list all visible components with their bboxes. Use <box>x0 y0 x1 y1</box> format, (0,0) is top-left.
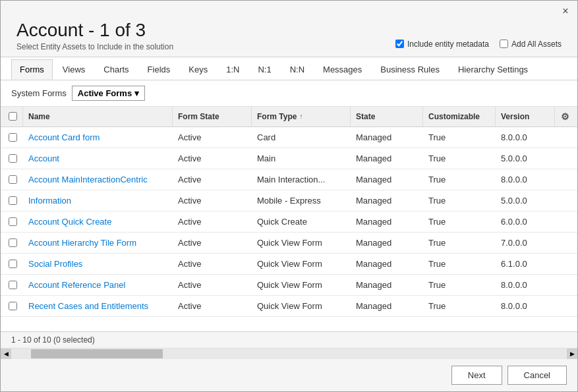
tab-views[interactable]: Views <box>54 59 94 80</box>
tab-1n[interactable]: 1:N <box>217 59 248 80</box>
row-name[interactable]: Recent Cases and Entitlements <box>23 296 173 316</box>
dialog-titlebar: × <box>1 1 577 18</box>
table-row: Social ProfilesActiveQuick View FormMana… <box>1 254 577 275</box>
select-all-checkbox[interactable] <box>9 112 17 121</box>
table-row: Account Reference PanelActiveQuick View … <box>1 275 577 296</box>
col-form-state: Form State <box>173 107 252 126</box>
table-row: Account Hierarchy Tile FormActiveQuick V… <box>1 233 577 254</box>
row-name[interactable]: Account MainInteractionCentric <box>23 169 173 190</box>
row-name[interactable]: Account <box>23 148 173 169</box>
row-name[interactable]: Social Profiles <box>23 254 173 274</box>
pagination-label: 1 - 10 of 10 (0 selected) <box>11 335 95 345</box>
tab-charts[interactable]: Charts <box>95 59 137 80</box>
row-state: Managed <box>351 211 423 232</box>
col-check <box>3 107 23 126</box>
col-name: Name <box>23 107 173 126</box>
scroll-thumb[interactable] <box>31 349 163 358</box>
scroll-right-button[interactable]: ▶ <box>567 349 577 359</box>
row-checkbox[interactable] <box>9 281 17 289</box>
add-all-assets-checkbox[interactable] <box>500 40 508 48</box>
table-row: AccountActiveMainManagedTrue5.0.0.0 <box>1 148 577 169</box>
row-form-type: Quick View Form <box>252 275 351 295</box>
row-checkbox[interactable] <box>9 260 17 268</box>
row-state: Managed <box>351 190 423 211</box>
col-form-type[interactable]: Form Type ↑ <box>252 107 351 126</box>
tab-nn[interactable]: N:N <box>281 59 313 80</box>
horizontal-scrollbar[interactable]: ◀ ▶ <box>1 349 577 359</box>
row-checkbox[interactable] <box>9 302 17 310</box>
row-state: Managed <box>351 296 423 316</box>
tabs-bar: Forms Views Charts Fields Keys 1:N N:1 N… <box>1 57 577 80</box>
row-name[interactable]: Account Reference Panel <box>23 275 173 295</box>
row-form-state: Active <box>173 211 252 232</box>
row-form-state: Active <box>173 169 252 190</box>
row-settings-cell <box>555 233 575 253</box>
add-all-assets-text: Add All Assets <box>511 40 562 49</box>
table-body: Account Card formActiveCardManagedTrue8.… <box>1 127 577 331</box>
row-checkbox-cell <box>3 296 23 316</box>
row-checkbox[interactable] <box>9 133 17 142</box>
action-bar: Next Cancel <box>1 359 577 391</box>
row-checkbox[interactable] <box>9 196 17 205</box>
row-name[interactable]: Account Quick Create <box>23 211 173 232</box>
row-customizable: True <box>423 296 496 316</box>
col-version: Version <box>496 107 555 126</box>
col-customizable: Customizable <box>423 107 496 126</box>
row-customizable: True <box>423 275 496 295</box>
include-metadata-checkbox[interactable] <box>395 40 404 48</box>
include-metadata-label[interactable]: Include entity metadata <box>395 40 489 49</box>
row-form-type: Quick View Form <box>252 233 351 253</box>
row-settings-cell <box>555 190 575 211</box>
row-form-type: Main <box>252 148 351 169</box>
row-checkbox[interactable] <box>9 217 17 226</box>
row-checkbox-cell <box>3 233 23 253</box>
row-checkbox[interactable] <box>9 238 17 247</box>
row-checkbox[interactable] <box>9 154 17 163</box>
row-state: Managed <box>351 233 423 253</box>
row-settings-cell <box>555 275 575 295</box>
row-version: 5.0.0.0 <box>496 190 555 211</box>
next-button[interactable]: Next <box>451 366 502 385</box>
add-all-assets-label[interactable]: Add All Assets <box>500 40 562 49</box>
table-row: Recent Cases and EntitlementsActiveQuick… <box>1 296 577 317</box>
tab-messages[interactable]: Messages <box>314 59 370 80</box>
row-form-state: Active <box>173 190 252 211</box>
cancel-button[interactable]: Cancel <box>507 366 567 385</box>
tab-keys[interactable]: Keys <box>180 59 216 80</box>
close-button[interactable]: × <box>559 5 572 18</box>
active-forms-button[interactable]: Active Forms ▾ <box>72 86 145 101</box>
row-version: 8.0.0.0 <box>496 169 555 190</box>
main-dialog: × Account - 1 of 3 Select Entity Assets … <box>0 0 578 392</box>
row-name[interactable]: Account Card form <box>23 127 173 148</box>
title-section: Account - 1 of 3 Select Entity Assets to… <box>16 20 173 51</box>
settings-gear-icon[interactable]: ⚙ <box>561 111 569 122</box>
row-checkbox-cell <box>3 211 23 232</box>
row-version: 6.1.0.0 <box>496 254 555 274</box>
row-checkbox[interactable] <box>9 175 17 184</box>
row-name[interactable]: Account Hierarchy Tile Form <box>23 233 173 253</box>
col-state: State <box>351 107 423 126</box>
tab-business-rules[interactable]: Business Rules <box>372 59 448 80</box>
row-form-type: Main Interaction... <box>252 169 351 190</box>
row-form-type: Quick Create <box>252 211 351 232</box>
row-version: 6.0.0.0 <box>496 211 555 232</box>
scroll-left-button[interactable]: ◀ <box>1 349 11 359</box>
tab-hierarchy-settings[interactable]: Hierarchy Settings <box>449 59 536 80</box>
scroll-track <box>11 349 567 359</box>
table-row: InformationActiveMobile - ExpressManaged… <box>1 190 577 211</box>
tab-forms[interactable]: Forms <box>11 59 53 80</box>
row-name[interactable]: Information <box>23 190 173 211</box>
row-checkbox-cell <box>3 275 23 295</box>
row-form-type: Quick View Form <box>252 296 351 316</box>
row-customizable: True <box>423 148 496 169</box>
tab-n1[interactable]: N:1 <box>249 59 279 80</box>
row-version: 7.0.0.0 <box>496 233 555 253</box>
system-forms-label: System Forms <box>11 88 67 98</box>
row-state: Managed <box>351 169 423 190</box>
tab-fields[interactable]: Fields <box>139 59 179 80</box>
dialog-title: Account - 1 of 3 <box>16 20 173 41</box>
table-row: Account Quick CreateActiveQuick CreateMa… <box>1 211 577 233</box>
dialog-header: Account - 1 of 3 Select Entity Assets to… <box>1 18 577 57</box>
row-form-state: Active <box>173 148 252 169</box>
row-settings-cell <box>555 254 575 274</box>
